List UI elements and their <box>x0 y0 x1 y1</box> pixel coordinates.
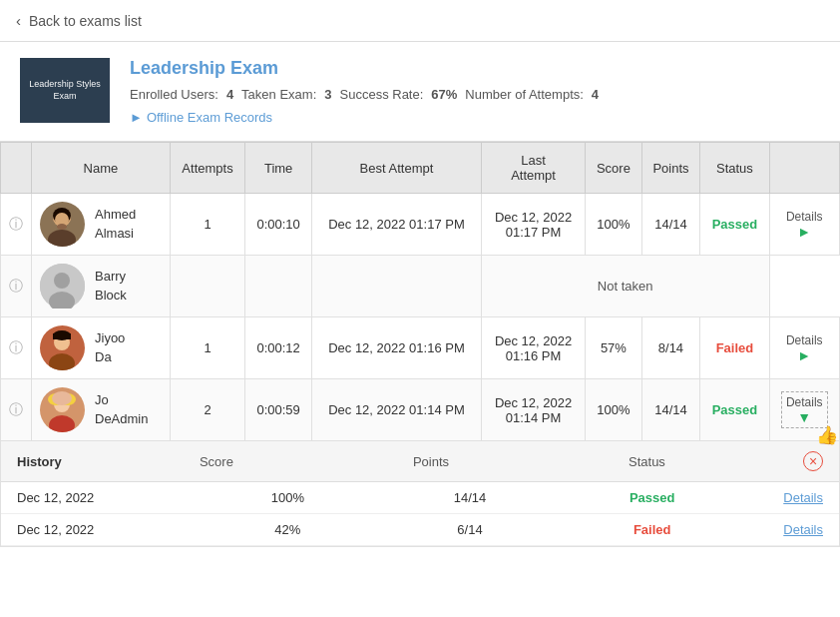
history-points: 6/14 <box>379 522 562 537</box>
back-arrow-icon: ‹ <box>16 12 21 29</box>
last-attempt-cell: Dec 12, 202201:16 PM <box>481 317 585 379</box>
time-cell: 0:00:10 <box>245 194 312 256</box>
table-row: ⓘ BarryBlock Not taken <box>1 256 840 317</box>
best-attempt-cell: Dec 12, 2022 01:16 PM <box>312 317 482 379</box>
history-details[interactable]: Details <box>743 522 823 537</box>
last-attempt-cell: Not taken <box>481 256 769 317</box>
svg-rect-14 <box>53 333 71 339</box>
name-cell: JiyooDa <box>32 317 171 379</box>
history-details[interactable]: Details <box>743 490 823 505</box>
info-cell[interactable]: ⓘ <box>1 256 32 317</box>
svg-point-20 <box>52 391 72 405</box>
name-cell: JoDeAdmin <box>32 379 171 441</box>
info-cell[interactable]: ⓘ <box>1 194 32 256</box>
status-badge: Failed <box>716 340 754 355</box>
exam-info: Leadership Exam Enrolled Users: 4 Taken … <box>130 58 820 125</box>
details-cell[interactable]: Details ▼ 👍 <box>769 379 840 441</box>
history-close-button[interactable]: × <box>803 451 823 471</box>
score-cell: 100% <box>586 379 641 441</box>
info-icon[interactable]: ⓘ <box>9 278 23 294</box>
history-details-link[interactable]: Details <box>783 490 823 505</box>
col-attempts: Attempts <box>170 143 245 194</box>
table-row: ⓘ Ahme <box>1 194 840 256</box>
attempts-cell <box>170 256 245 317</box>
not-taken-label: Not taken <box>598 279 653 294</box>
details-cell[interactable]: Details ► <box>769 194 840 256</box>
history-status: Passed <box>561 490 743 505</box>
svg-point-8 <box>54 273 70 289</box>
info-cell[interactable]: ⓘ <box>1 379 32 441</box>
avatar <box>40 264 85 308</box>
best-attempt-cell: Dec 12, 2022 01:17 PM <box>312 194 482 256</box>
avatar <box>40 202 85 247</box>
col-status: Status <box>700 143 769 194</box>
offline-exam-records-link[interactable]: ► Offline Exam Records <box>130 110 820 125</box>
history-col-score: Score <box>200 454 233 469</box>
points-cell: 14/14 <box>641 194 700 256</box>
enrolled-label: Enrolled Users: <box>130 87 218 102</box>
exam-records-table: Name Attempts Time Best Attempt LastAtte… <box>0 142 840 441</box>
name-cell: BarryBlock <box>32 256 171 317</box>
history-date: Dec 12, 2022 <box>17 490 197 505</box>
name-cell: AhmedAlmasi <box>32 194 171 256</box>
exam-title: Leadership Exam <box>130 58 820 79</box>
last-attempt-cell: Dec 12, 202201:14 PM <box>481 379 585 441</box>
history-status: Failed <box>561 522 743 537</box>
attempts-cell: 2 <box>170 379 245 441</box>
triangle-icon: ► <box>130 110 143 125</box>
details-arrow-icon: ▼ <box>797 409 811 425</box>
history-header: History Score Points Status × <box>1 441 839 482</box>
attempts-cell: 1 <box>170 194 245 256</box>
history-col-points: Points <box>413 454 449 469</box>
details-button[interactable]: Details ▼ <box>781 391 828 428</box>
user-name: JoDeAdmin <box>95 391 148 427</box>
details-cell[interactable]: Details ► <box>769 317 840 379</box>
details-button[interactable]: Details ► <box>778 210 832 240</box>
success-value: 67% <box>431 87 457 102</box>
table-row: ⓘ JiyooDa 1 0:00:12 <box>1 317 840 379</box>
history-points: 14/14 <box>379 490 562 505</box>
details-arrow-icon: ► <box>797 224 811 240</box>
col-points: Points <box>641 143 700 194</box>
status-badge: Passed <box>712 402 758 417</box>
info-icon[interactable]: ⓘ <box>9 339 23 355</box>
col-score: Score <box>586 143 641 194</box>
table-row: ⓘ JoDeAdmin 2 <box>1 379 840 441</box>
points-cell: 14/14 <box>641 379 700 441</box>
info-icon[interactable]: ⓘ <box>9 401 23 417</box>
history-title: History <box>17 454 62 469</box>
details-button[interactable]: Details ► <box>778 333 832 363</box>
back-link[interactable]: Back to exams list <box>29 13 142 29</box>
user-name: JiyooDa <box>95 329 125 365</box>
col-last-attempt: LastAttempt <box>481 143 585 194</box>
history-row: Dec 12, 2022 42% 6/14 Failed Details <box>1 514 839 546</box>
back-navigation[interactable]: ‹ Back to exams list <box>0 0 840 42</box>
col-name: Name <box>32 143 171 194</box>
attempts-value: 4 <box>592 87 599 102</box>
col-info <box>1 143 32 194</box>
score-cell: 100% <box>586 194 641 256</box>
details-button-container[interactable]: Details ▼ 👍 <box>781 391 828 428</box>
time-cell: 0:00:59 <box>245 379 312 441</box>
info-icon[interactable]: ⓘ <box>9 216 23 232</box>
col-best-attempt: Best Attempt <box>312 143 482 194</box>
exam-thumbnail: Leadership Styles Exam <box>20 58 110 123</box>
attempts-cell: 1 <box>170 317 245 379</box>
exam-header: Leadership Styles Exam Leadership Exam E… <box>0 42 840 142</box>
history-details-link[interactable]: Details <box>783 522 823 537</box>
avatar <box>40 325 85 370</box>
points-cell: 8/14 <box>641 317 700 379</box>
user-name: BarryBlock <box>95 268 127 304</box>
history-score: 42% <box>197 522 379 537</box>
history-col-status: Status <box>629 454 665 469</box>
attempts-label: Number of Attempts: <box>465 87 584 102</box>
user-name: AhmedAlmasi <box>95 206 136 242</box>
status-cell: Passed <box>700 379 769 441</box>
info-cell[interactable]: ⓘ <box>1 317 32 379</box>
col-actions <box>769 143 840 194</box>
svg-point-6 <box>57 224 67 230</box>
taken-value: 3 <box>324 87 331 102</box>
score-cell: 57% <box>586 317 641 379</box>
time-cell <box>245 256 312 317</box>
history-date: Dec 12, 2022 <box>17 522 197 537</box>
